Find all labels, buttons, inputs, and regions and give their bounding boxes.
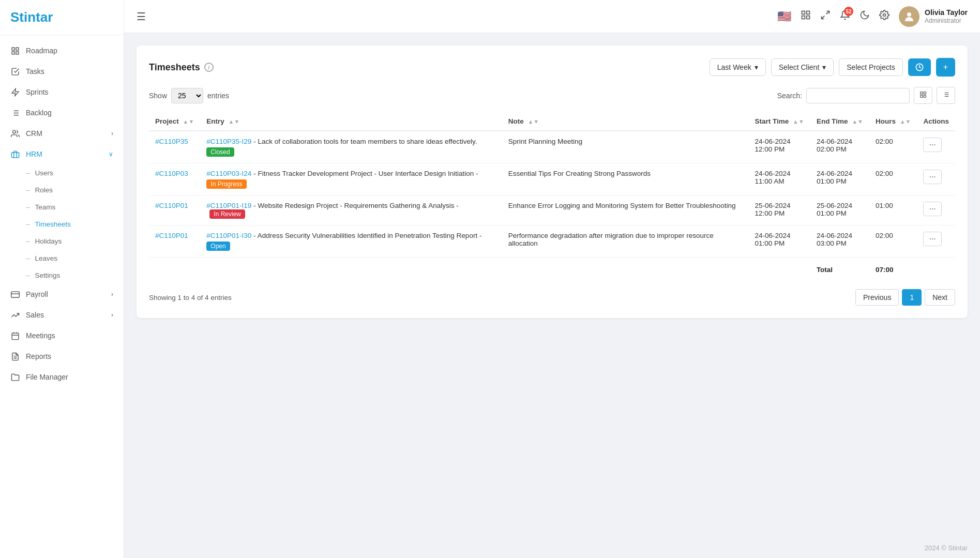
sidebar-item-hrm[interactable]: HRM ∨ [0,144,124,164]
page-1-button[interactable]: 1 [902,289,922,306]
sidebar-item-holidays[interactable]: Holidays [0,233,124,250]
svg-rect-0 [12,48,14,50]
col-project[interactable]: Project ▲▼ [149,112,200,131]
settings-icon[interactable] [879,10,889,23]
status-badge: In Review [209,209,245,219]
previous-button[interactable]: Previous [855,289,899,306]
sidebar-item-users[interactable]: Users [0,164,124,182]
entry-cell: #C110P03-I24 - Fitness Tracker Developme… [200,163,502,195]
sort-icon: ▲▼ [852,118,863,125]
sort-icon: ▲▼ [793,118,804,125]
entries-label: entries [207,92,229,100]
grid-icon[interactable] [820,10,831,23]
svg-rect-12 [11,152,19,157]
payroll-icon [10,290,20,299]
col-note[interactable]: Note ▲▼ [502,112,749,131]
chevron-down-icon: ▾ [755,63,758,71]
language-flag-icon[interactable]: 🇺🇸 [777,10,791,23]
sidebar-nav: Roadmap Tasks Sprints Backlog CRM › [0,35,124,558]
sidebar-item-roadmap[interactable]: Roadmap [0,40,124,61]
col-start-time[interactable]: Start Time ▲▼ [749,112,810,131]
sidebar-item-reports[interactable]: Reports [0,346,124,367]
sidebar-item-file-manager[interactable]: File Manager [0,367,124,387]
timer-button[interactable] [908,58,931,76]
project-link[interactable]: #C110P03 [155,170,188,177]
add-timesheet-button[interactable]: + [936,58,955,77]
sub-nav-label: Teams [35,203,56,211]
entry-link[interactable]: #C110P35-I29 [206,138,251,145]
show-label: Show [149,92,167,100]
user-profile[interactable]: Olivia Taylor Administrator [899,6,968,27]
folder-icon [10,372,20,382]
header-right: 🇺🇸 52 Olivia Taylor [777,6,968,27]
sidebar-item-crm[interactable]: CRM › [0,123,124,144]
header: ☰ 🇺🇸 52 [124,0,980,33]
footer: 2024 © Stintar [124,538,980,558]
actions-menu-button[interactable]: ··· [923,202,941,216]
actions-menu-button[interactable]: ··· [923,232,941,246]
sidebar-item-label: Meetings [26,331,55,340]
card-actions: Last Week ▾ Select Client ▾ Select Proje… [710,58,955,77]
end-time-cell: 24-06-202402:00 PM [810,131,869,163]
payroll-arrow-icon: › [111,291,113,298]
hours-cell: 01:00 [869,195,917,225]
sidebar-item-roles[interactable]: Roles [0,182,124,199]
grid-view-button[interactable] [914,87,932,104]
sidebar-item-label: Sprints [26,88,49,96]
dark-mode-icon[interactable] [860,10,870,23]
sidebar-item-timesheets[interactable]: Timesheets [0,216,124,233]
crm-arrow-icon: › [111,130,113,137]
status-badge: Open [206,242,230,251]
actions-menu-button[interactable]: ··· [923,138,941,152]
sidebar-item-payroll[interactable]: Payroll › [0,284,124,305]
sort-icon: ▲▼ [527,118,539,125]
list-view-button[interactable] [937,87,955,104]
next-button[interactable]: Next [925,289,955,306]
col-hours[interactable]: Hours ▲▼ [869,112,917,131]
entry-link[interactable]: #C110P03-I24 [206,170,251,177]
svg-rect-13 [11,291,19,297]
project-link[interactable]: #C110P01 [155,232,188,239]
sidebar-item-label: Payroll [26,290,48,298]
project-link[interactable]: #C110P01 [155,202,188,209]
client-filter-button[interactable]: Select Client ▾ [771,58,834,76]
project-filter-button[interactable]: Select Projects [839,58,902,76]
sidebar-item-label: Sales [26,311,44,319]
table-controls: Show 25 50 100 entries Search: [149,87,955,104]
sidebar-item-tasks[interactable]: Tasks [0,61,124,82]
entries-per-page-select[interactable]: 25 50 100 [171,88,203,103]
project-link[interactable]: #C110P35 [155,138,188,145]
info-icon[interactable]: i [204,63,214,72]
status-badge: Closed [206,147,234,157]
start-time-cell: 24-06-202412:00 PM [749,131,810,163]
svg-rect-29 [924,92,926,94]
sidebar-item-settings[interactable]: Settings [0,267,124,284]
menu-toggle-button[interactable]: ☰ [137,10,146,23]
actions-menu-button[interactable]: ··· [923,170,941,184]
sidebar-item-sales[interactable]: Sales › [0,305,124,325]
search-input[interactable] [806,88,910,103]
notification-bell-icon[interactable]: 52 [840,10,850,23]
card-title-area: Timesheets i [149,62,214,73]
timesheets-card: Timesheets i Last Week ▾ Select Client ▾… [137,46,968,318]
svg-point-11 [12,130,16,133]
sidebar-item-backlog[interactable]: Backlog [0,102,124,123]
sidebar-item-leaves[interactable]: Leaves [0,250,124,267]
col-end-time[interactable]: End Time ▲▼ [810,112,869,131]
apps-icon[interactable] [801,10,811,23]
sidebar-item-meetings[interactable]: Meetings [0,325,124,346]
actions-cell: ··· [917,195,955,225]
sort-icon: ▲▼ [229,118,240,125]
sprints-icon [10,87,20,97]
sidebar-item-sprints[interactable]: Sprints [0,82,124,102]
period-filter-button[interactable]: Last Week ▾ [710,58,766,76]
col-entry[interactable]: Entry ▲▼ [200,112,502,131]
note-cell: Performance degradation after migration … [502,225,749,258]
entry-link[interactable]: #C110P01-I30 [206,232,251,239]
sidebar-item-teams[interactable]: Teams [0,199,124,216]
entry-link[interactable]: #C110P01-I19 [206,202,251,209]
sub-nav-label: Timesheets [35,220,71,228]
sidebar-item-label: Backlog [26,109,52,117]
roadmap-icon [10,46,20,55]
status-badge: In Progress [206,179,246,189]
